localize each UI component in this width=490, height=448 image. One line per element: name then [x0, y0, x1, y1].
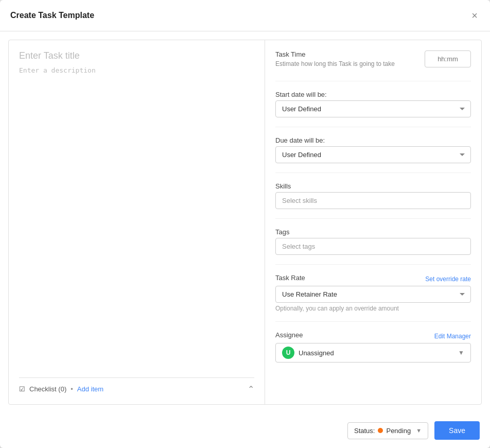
task-time-label: Task Time	[275, 50, 418, 58]
modal: Create Task Template × ☑ Checklist (0) •…	[0, 0, 490, 448]
chevron-down-icon: ▼	[458, 349, 464, 356]
modal-header: Create Task Template ×	[0, 0, 490, 31]
start-date-label: Start date will be:	[275, 91, 471, 98]
checklist-bar: ☑ Checklist (0) • Add item ⌃	[19, 377, 254, 394]
edit-manager-link[interactable]: Edit Manager	[434, 333, 471, 340]
assignee-name: Unassigned	[299, 349, 458, 357]
checklist-icon: ☑	[19, 385, 25, 393]
due-date-group: Due date will be: User Defined Fixed Dat…	[275, 127, 471, 163]
skills-label: Skills	[275, 182, 471, 190]
skills-input[interactable]	[275, 192, 471, 209]
due-date-label: Due date will be:	[275, 136, 471, 144]
set-override-rate-link[interactable]: Set override rate	[425, 275, 471, 283]
status-select[interactable]: Status: Pending ▼	[347, 422, 428, 439]
task-description-input[interactable]	[19, 66, 254, 377]
start-date-group: Start date will be: User Defined Fixed D…	[275, 81, 471, 117]
modal-footer: Status: Pending ▼ Save	[0, 413, 490, 448]
close-button[interactable]: ×	[469, 8, 480, 23]
status-label: Status:	[354, 427, 375, 435]
tags-group: Tags	[275, 218, 471, 255]
status-dot-icon	[378, 428, 383, 433]
checklist-label: Checklist (0)	[29, 385, 66, 393]
start-date-select[interactable]: User Defined Fixed Date Relative Date	[275, 100, 471, 117]
modal-title: Create Task Template	[10, 11, 94, 20]
task-rate-note: Optionally, you can apply an override am…	[275, 305, 471, 312]
collapse-icon[interactable]: ⌃	[248, 384, 254, 394]
tags-input[interactable]	[275, 238, 471, 255]
task-time-sublabel: Estimate how long this Task is going to …	[275, 60, 418, 67]
skills-group: Skills	[275, 173, 471, 209]
status-chevron-icon: ▼	[416, 427, 422, 434]
left-panel: ☑ Checklist (0) • Add item ⌃	[9, 40, 265, 404]
avatar: U	[282, 347, 294, 359]
task-rate-select[interactable]: Use Retainer Rate Fixed Rate Hourly Rate	[275, 286, 471, 303]
task-time-group: Task Time Estimate how long this Task is…	[275, 50, 471, 72]
add-item-link[interactable]: Add item	[77, 385, 103, 393]
status-value: Pending	[386, 427, 411, 435]
task-rate-group: Task Rate Set override rate Use Retainer…	[275, 264, 471, 312]
assignee-group: Assignee Edit Manager U Unassigned ▼	[275, 321, 471, 363]
modal-body: ☑ Checklist (0) • Add item ⌃ Task Time E…	[8, 40, 482, 405]
task-time-input[interactable]	[425, 50, 471, 67]
assignee-label: Assignee	[275, 331, 303, 339]
tags-label: Tags	[275, 228, 471, 236]
task-rate-label: Task Rate	[275, 274, 305, 282]
save-button[interactable]: Save	[434, 421, 480, 440]
assignee-select[interactable]: U Unassigned ▼	[275, 343, 471, 363]
right-panel: Task Time Estimate how long this Task is…	[265, 40, 481, 404]
task-title-input[interactable]	[19, 50, 254, 61]
due-date-select[interactable]: User Defined Fixed Date Relative Date	[275, 146, 471, 163]
